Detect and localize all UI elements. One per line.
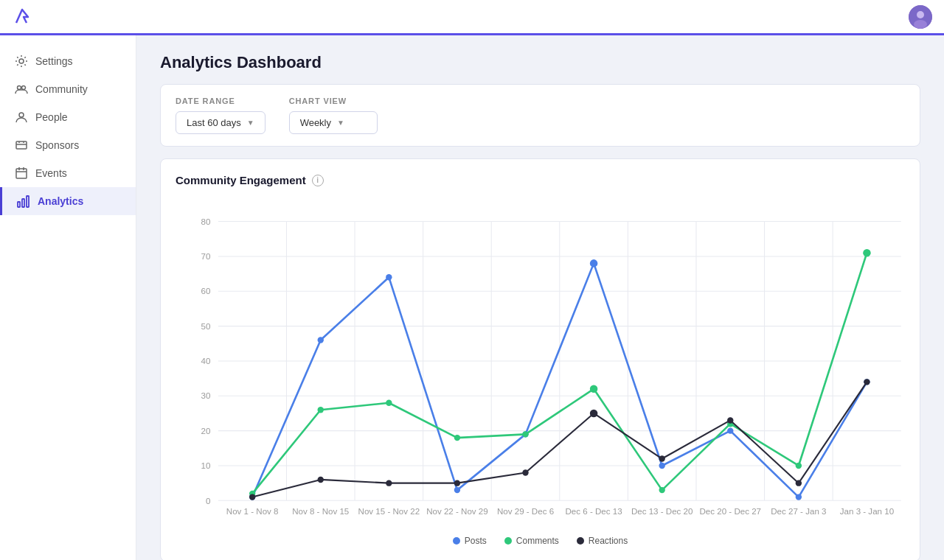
svg-point-75 — [659, 455, 664, 461]
svg-point-5 — [22, 86, 26, 90]
app-logo — [12, 7, 32, 27]
svg-point-1 — [917, 11, 924, 18]
sidebar-item-settings-label: Settings — [35, 55, 73, 67]
engagement-chart-card: Community Engagement i .grid-line { stro… — [160, 158, 920, 560]
svg-point-50 — [318, 337, 324, 343]
svg-point-62 — [454, 435, 460, 441]
engagement-info-icon[interactable]: i — [312, 175, 324, 186]
legend-posts-label: Posts — [465, 536, 487, 546]
svg-text:0: 0 — [206, 497, 210, 505]
sidebar-item-events[interactable]: Events — [0, 159, 136, 187]
sidebar-item-community-label: Community — [35, 83, 88, 95]
engagement-chart: .grid-line { stroke: #e8eaf0; stroke-wid… — [176, 198, 905, 546]
svg-point-56 — [727, 427, 733, 433]
chevron-down-icon: ▼ — [247, 119, 254, 127]
svg-point-73 — [522, 469, 528, 475]
legend-comments-label: Comments — [516, 536, 559, 546]
svg-text:Jan 3 - Jan 10: Jan 3 - Jan 10 — [840, 507, 894, 516]
svg-text:Dec 20 - Dec 27: Dec 20 - Dec 27 — [699, 507, 761, 516]
chart-view-label: CHART VIEW — [289, 97, 378, 105]
svg-text:20: 20 — [201, 427, 210, 435]
svg-point-78 — [864, 379, 870, 385]
svg-text:70: 70 — [201, 252, 210, 261]
sidebar-item-people-label: People — [35, 111, 68, 123]
chart-view-dropdown[interactable]: Weekly ▼ — [289, 111, 378, 134]
svg-point-74 — [590, 410, 598, 418]
sidebar-item-analytics[interactable]: Analytics — [0, 187, 136, 215]
svg-rect-10 — [22, 199, 24, 207]
svg-point-69 — [249, 494, 255, 500]
svg-text:10: 10 — [201, 461, 210, 470]
svg-point-61 — [386, 400, 392, 406]
sidebar-item-community[interactable]: Community — [0, 75, 136, 103]
svg-text:Nov 1 - Nov 8: Nov 1 - Nov 8 — [226, 507, 279, 516]
legend-comments-dot — [504, 537, 512, 545]
user-avatar[interactable] — [909, 5, 932, 29]
svg-point-51 — [386, 274, 392, 280]
svg-point-4 — [18, 86, 21, 90]
chevron-down-icon-2: ▼ — [337, 119, 344, 127]
svg-text:30: 30 — [201, 391, 210, 400]
date-range-filter: DATE RANGE Last 60 days ▼ — [176, 97, 266, 134]
sidebar-item-events-label: Events — [35, 167, 67, 179]
sponsors-icon — [15, 139, 28, 152]
svg-text:Dec 6 - Dec 13: Dec 6 - Dec 13 — [566, 507, 622, 516]
svg-point-55 — [659, 463, 664, 469]
community-icon — [15, 83, 28, 96]
sidebar-item-sponsors-label: Sponsors — [35, 139, 79, 151]
svg-rect-11 — [27, 196, 29, 207]
svg-point-70 — [318, 477, 324, 483]
sidebar-item-analytics-label: Analytics — [38, 195, 83, 207]
page-title: Analytics Dashboard — [160, 53, 920, 72]
svg-point-72 — [454, 480, 460, 486]
date-range-value: Last 60 days — [187, 117, 241, 128]
date-range-dropdown[interactable]: Last 60 days ▼ — [176, 111, 266, 134]
svg-point-60 — [318, 407, 324, 413]
chart-view-value: Weekly — [300, 117, 331, 128]
svg-rect-8 — [16, 169, 27, 178]
svg-point-52 — [454, 487, 460, 493]
engagement-chart-title: Community Engagement — [176, 174, 306, 186]
legend-reactions: Reactions — [577, 536, 628, 546]
events-icon — [15, 167, 28, 180]
svg-text:50: 50 — [201, 322, 210, 331]
settings-icon — [15, 55, 28, 68]
filter-bar: DATE RANGE Last 60 days ▼ CHART VIEW Wee… — [160, 84, 920, 147]
svg-text:60: 60 — [201, 287, 210, 295]
svg-point-64 — [590, 385, 598, 393]
svg-point-65 — [659, 487, 664, 493]
main-content: Analytics Dashboard DATE RANGE Last 60 d… — [136, 35, 944, 560]
people-icon — [15, 111, 28, 124]
svg-text:Dec 13 - Dec 20: Dec 13 - Dec 20 — [631, 507, 693, 516]
analytics-icon — [17, 195, 30, 208]
svg-point-2 — [914, 20, 927, 29]
svg-point-6 — [19, 113, 24, 117]
legend-posts-dot — [453, 537, 460, 545]
chart-view-filter: CHART VIEW Weekly ▼ — [289, 97, 378, 134]
svg-text:Nov 15 - Nov 22: Nov 15 - Nov 22 — [358, 507, 420, 516]
svg-text:80: 80 — [201, 217, 210, 226]
svg-point-71 — [386, 480, 392, 486]
svg-point-77 — [796, 480, 802, 486]
svg-rect-7 — [16, 141, 27, 149]
sidebar-item-people[interactable]: People — [0, 103, 136, 131]
svg-point-68 — [863, 249, 871, 257]
chart-legend: Posts Comments Reactions — [176, 536, 905, 546]
legend-comments: Comments — [504, 536, 559, 546]
svg-point-3 — [19, 59, 24, 63]
svg-text:40: 40 — [201, 357, 210, 365]
svg-point-67 — [796, 463, 802, 469]
topbar — [0, 0, 944, 35]
svg-point-57 — [796, 494, 802, 500]
svg-point-76 — [727, 417, 733, 423]
svg-rect-9 — [18, 202, 20, 207]
sidebar: Settings Community People Sponsors — [0, 35, 136, 560]
sidebar-item-settings[interactable]: Settings — [0, 47, 136, 75]
svg-text:Dec 27 - Jan 3: Dec 27 - Jan 3 — [771, 507, 826, 516]
legend-reactions-dot — [577, 537, 584, 545]
svg-point-63 — [522, 431, 528, 437]
svg-text:Nov 8 - Nov 15: Nov 8 - Nov 15 — [292, 507, 349, 516]
date-range-label: DATE RANGE — [176, 97, 266, 105]
svg-point-54 — [590, 259, 598, 267]
sidebar-item-sponsors[interactable]: Sponsors — [0, 131, 136, 159]
